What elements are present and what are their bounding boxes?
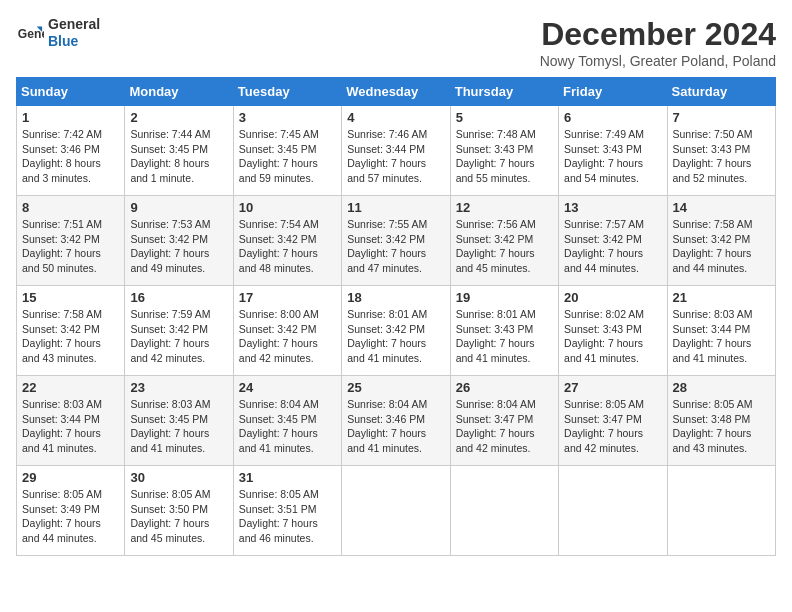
day-info: Sunrise: 7:58 AMSunset: 3:42 PMDaylight:… — [673, 217, 770, 276]
day-info: Sunrise: 8:03 AMSunset: 3:44 PMDaylight:… — [22, 397, 119, 456]
day-info: Sunrise: 7:53 AMSunset: 3:42 PMDaylight:… — [130, 217, 227, 276]
day-number: 1 — [22, 110, 119, 125]
day-number: 24 — [239, 380, 336, 395]
calendar-cell: 20Sunrise: 8:02 AMSunset: 3:43 PMDayligh… — [559, 286, 667, 376]
day-info: Sunrise: 7:54 AMSunset: 3:42 PMDaylight:… — [239, 217, 336, 276]
day-number: 29 — [22, 470, 119, 485]
calendar-cell: 4Sunrise: 7:46 AMSunset: 3:44 PMDaylight… — [342, 106, 450, 196]
calendar-subtitle: Nowy Tomysl, Greater Poland, Poland — [540, 53, 776, 69]
calendar-cell: 9Sunrise: 7:53 AMSunset: 3:42 PMDaylight… — [125, 196, 233, 286]
day-info: Sunrise: 7:50 AMSunset: 3:43 PMDaylight:… — [673, 127, 770, 186]
calendar-cell: 15Sunrise: 7:58 AMSunset: 3:42 PMDayligh… — [17, 286, 125, 376]
day-number: 7 — [673, 110, 770, 125]
calendar-cell: 5Sunrise: 7:48 AMSunset: 3:43 PMDaylight… — [450, 106, 558, 196]
day-number: 21 — [673, 290, 770, 305]
day-info: Sunrise: 8:02 AMSunset: 3:43 PMDaylight:… — [564, 307, 661, 366]
calendar-cell: 29Sunrise: 8:05 AMSunset: 3:49 PMDayligh… — [17, 466, 125, 556]
calendar-cell: 28Sunrise: 8:05 AMSunset: 3:48 PMDayligh… — [667, 376, 775, 466]
calendar-cell: 30Sunrise: 8:05 AMSunset: 3:50 PMDayligh… — [125, 466, 233, 556]
weekday-header-thursday: Thursday — [450, 78, 558, 106]
day-info: Sunrise: 8:01 AMSunset: 3:42 PMDaylight:… — [347, 307, 444, 366]
day-info: Sunrise: 7:45 AMSunset: 3:45 PMDaylight:… — [239, 127, 336, 186]
day-number: 18 — [347, 290, 444, 305]
weekday-header-wednesday: Wednesday — [342, 78, 450, 106]
day-number: 14 — [673, 200, 770, 215]
day-number: 3 — [239, 110, 336, 125]
day-info: Sunrise: 8:05 AMSunset: 3:48 PMDaylight:… — [673, 397, 770, 456]
day-info: Sunrise: 7:58 AMSunset: 3:42 PMDaylight:… — [22, 307, 119, 366]
day-info: Sunrise: 7:42 AMSunset: 3:46 PMDaylight:… — [22, 127, 119, 186]
day-number: 9 — [130, 200, 227, 215]
day-info: Sunrise: 8:03 AMSunset: 3:44 PMDaylight:… — [673, 307, 770, 366]
day-info: Sunrise: 8:04 AMSunset: 3:46 PMDaylight:… — [347, 397, 444, 456]
day-info: Sunrise: 7:44 AMSunset: 3:45 PMDaylight:… — [130, 127, 227, 186]
calendar-cell: 23Sunrise: 8:03 AMSunset: 3:45 PMDayligh… — [125, 376, 233, 466]
calendar-title: December 2024 — [540, 16, 776, 53]
calendar-cell: 10Sunrise: 7:54 AMSunset: 3:42 PMDayligh… — [233, 196, 341, 286]
day-number: 28 — [673, 380, 770, 395]
calendar-cell — [559, 466, 667, 556]
title-block: December 2024 Nowy Tomysl, Greater Polan… — [540, 16, 776, 69]
weekday-header-friday: Friday — [559, 78, 667, 106]
calendar-cell: 31Sunrise: 8:05 AMSunset: 3:51 PMDayligh… — [233, 466, 341, 556]
day-number: 11 — [347, 200, 444, 215]
calendar-cell: 22Sunrise: 8:03 AMSunset: 3:44 PMDayligh… — [17, 376, 125, 466]
logo-line1: General — [48, 16, 100, 33]
day-number: 20 — [564, 290, 661, 305]
day-info: Sunrise: 7:57 AMSunset: 3:42 PMDaylight:… — [564, 217, 661, 276]
day-info: Sunrise: 8:00 AMSunset: 3:42 PMDaylight:… — [239, 307, 336, 366]
weekday-header-tuesday: Tuesday — [233, 78, 341, 106]
day-info: Sunrise: 7:56 AMSunset: 3:42 PMDaylight:… — [456, 217, 553, 276]
calendar-cell: 24Sunrise: 8:04 AMSunset: 3:45 PMDayligh… — [233, 376, 341, 466]
day-number: 26 — [456, 380, 553, 395]
logo-icon: General — [16, 19, 44, 47]
day-info: Sunrise: 7:48 AMSunset: 3:43 PMDaylight:… — [456, 127, 553, 186]
calendar-cell: 2Sunrise: 7:44 AMSunset: 3:45 PMDaylight… — [125, 106, 233, 196]
calendar-week-4: 22Sunrise: 8:03 AMSunset: 3:44 PMDayligh… — [17, 376, 776, 466]
calendar-table: SundayMondayTuesdayWednesdayThursdayFrid… — [16, 77, 776, 556]
calendar-cell: 19Sunrise: 8:01 AMSunset: 3:43 PMDayligh… — [450, 286, 558, 376]
calendar-cell: 21Sunrise: 8:03 AMSunset: 3:44 PMDayligh… — [667, 286, 775, 376]
day-info: Sunrise: 7:51 AMSunset: 3:42 PMDaylight:… — [22, 217, 119, 276]
day-number: 22 — [22, 380, 119, 395]
day-number: 13 — [564, 200, 661, 215]
calendar-cell: 16Sunrise: 7:59 AMSunset: 3:42 PMDayligh… — [125, 286, 233, 376]
calendar-cell: 17Sunrise: 8:00 AMSunset: 3:42 PMDayligh… — [233, 286, 341, 376]
logo-line2: Blue — [48, 33, 100, 50]
calendar-week-5: 29Sunrise: 8:05 AMSunset: 3:49 PMDayligh… — [17, 466, 776, 556]
calendar-week-1: 1Sunrise: 7:42 AMSunset: 3:46 PMDaylight… — [17, 106, 776, 196]
day-number: 6 — [564, 110, 661, 125]
day-info: Sunrise: 8:05 AMSunset: 3:51 PMDaylight:… — [239, 487, 336, 546]
calendar-cell: 13Sunrise: 7:57 AMSunset: 3:42 PMDayligh… — [559, 196, 667, 286]
day-info: Sunrise: 7:49 AMSunset: 3:43 PMDaylight:… — [564, 127, 661, 186]
logo: General General Blue — [16, 16, 100, 50]
day-number: 31 — [239, 470, 336, 485]
page-header: General General Blue December 2024 Nowy … — [16, 16, 776, 69]
calendar-week-3: 15Sunrise: 7:58 AMSunset: 3:42 PMDayligh… — [17, 286, 776, 376]
day-info: Sunrise: 7:59 AMSunset: 3:42 PMDaylight:… — [130, 307, 227, 366]
day-info: Sunrise: 8:05 AMSunset: 3:47 PMDaylight:… — [564, 397, 661, 456]
weekday-header-monday: Monday — [125, 78, 233, 106]
calendar-cell: 8Sunrise: 7:51 AMSunset: 3:42 PMDaylight… — [17, 196, 125, 286]
calendar-cell: 6Sunrise: 7:49 AMSunset: 3:43 PMDaylight… — [559, 106, 667, 196]
day-info: Sunrise: 8:04 AMSunset: 3:45 PMDaylight:… — [239, 397, 336, 456]
day-number: 12 — [456, 200, 553, 215]
calendar-cell: 27Sunrise: 8:05 AMSunset: 3:47 PMDayligh… — [559, 376, 667, 466]
day-info: Sunrise: 7:46 AMSunset: 3:44 PMDaylight:… — [347, 127, 444, 186]
calendar-cell: 14Sunrise: 7:58 AMSunset: 3:42 PMDayligh… — [667, 196, 775, 286]
logo-text: General Blue — [48, 16, 100, 50]
calendar-cell: 11Sunrise: 7:55 AMSunset: 3:42 PMDayligh… — [342, 196, 450, 286]
day-number: 17 — [239, 290, 336, 305]
day-number: 16 — [130, 290, 227, 305]
day-number: 19 — [456, 290, 553, 305]
day-number: 2 — [130, 110, 227, 125]
day-number: 15 — [22, 290, 119, 305]
day-info: Sunrise: 8:05 AMSunset: 3:50 PMDaylight:… — [130, 487, 227, 546]
calendar-week-2: 8Sunrise: 7:51 AMSunset: 3:42 PMDaylight… — [17, 196, 776, 286]
day-number: 25 — [347, 380, 444, 395]
day-info: Sunrise: 7:55 AMSunset: 3:42 PMDaylight:… — [347, 217, 444, 276]
weekday-header-saturday: Saturday — [667, 78, 775, 106]
calendar-cell — [667, 466, 775, 556]
calendar-cell: 12Sunrise: 7:56 AMSunset: 3:42 PMDayligh… — [450, 196, 558, 286]
day-number: 5 — [456, 110, 553, 125]
